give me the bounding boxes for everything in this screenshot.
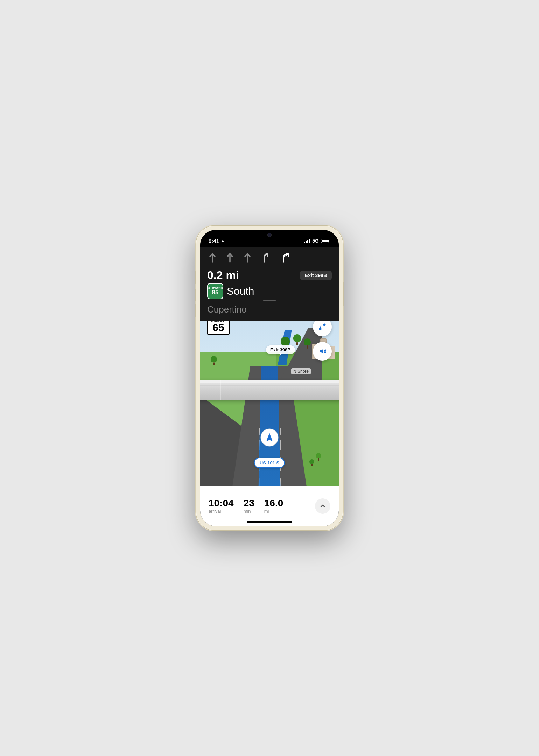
distance-value: 16.0 — [264, 498, 284, 509]
arrow-slight-right-icon — [261, 252, 271, 265]
highway-shield: CALIFORNIA 85 — [207, 283, 223, 299]
arrival-label: arrival — [209, 509, 234, 514]
bottom-panel: 10:04 arrival 23 min 16.0 mi — [200, 486, 339, 526]
time-display: 9:41 — [209, 238, 219, 244]
home-indicator — [247, 522, 292, 523]
battery-icon — [321, 239, 330, 243]
audio-icon — [318, 347, 327, 356]
exit-badge: Exit 398B — [300, 271, 332, 280]
road-name-row: CALIFORNIA 85 South — [207, 283, 332, 299]
speed-limit-value: 65 — [210, 322, 227, 333]
duration-label: min — [244, 509, 254, 514]
nav-header[interactable]: 0.2 mi Exit 398B CALIFORNIA 85 South Cup… — [200, 247, 339, 321]
road-direction: South — [227, 285, 254, 297]
map-area[interactable]: SPEED LIMIT 65 Exit 398B N Shore — [200, 310, 339, 496]
status-right: 5G — [304, 238, 330, 244]
user-location-indicator — [260, 428, 279, 447]
location-arrow-icon: ▲ — [221, 239, 225, 243]
route-icon — [317, 322, 327, 332]
arrival-stat: 10:04 arrival — [209, 498, 234, 514]
arrow-right-icon — [281, 252, 290, 265]
status-time: 9:41 ▲ — [209, 238, 225, 244]
network-type: 5G — [312, 238, 319, 244]
destination-label: Cupertino — [207, 304, 332, 315]
shield-number: 85 — [212, 289, 219, 295]
chevron-up-icon — [320, 503, 326, 509]
tree-small-2 — [309, 459, 314, 466]
phone-frame: 9:41 ▲ 5G — [196, 226, 343, 530]
arrow-straight-1-icon — [209, 252, 216, 265]
arrow-straight-2-icon — [226, 252, 234, 265]
camera — [267, 233, 272, 237]
tree-3 — [304, 338, 311, 349]
signal-bars-icon — [304, 238, 310, 243]
phone-screen: 9:41 ▲ 5G — [200, 230, 339, 526]
duration-value: 23 — [244, 498, 254, 509]
n-shore-label: N Shore — [291, 368, 311, 374]
distance-label: mi — [264, 509, 284, 514]
distance-row: 0.2 mi Exit 398B — [207, 269, 332, 282]
audio-button[interactable] — [313, 342, 332, 361]
nav-distance: 0.2 mi — [207, 269, 239, 282]
nav-stats: 10:04 arrival 23 min 16.0 mi — [209, 498, 315, 514]
notch — [247, 230, 292, 240]
direction-arrows — [207, 252, 332, 265]
tree-left-1 — [211, 356, 217, 365]
tree-small-1 — [316, 453, 321, 461]
svg-point-0 — [319, 328, 322, 330]
duration-stat: 23 min — [244, 498, 254, 514]
map-scene: SPEED LIMIT 65 Exit 398B N Shore — [200, 310, 339, 496]
exit-398b-label: Exit 398B — [266, 345, 295, 354]
drag-handle[interactable] — [263, 300, 276, 301]
tree-2 — [293, 334, 301, 345]
distance-stat: 16.0 mi — [264, 498, 284, 514]
route-label: US-101 S — [254, 458, 285, 468]
expand-panel-button[interactable] — [315, 498, 330, 514]
arrival-time-value: 10:04 — [209, 498, 234, 509]
arrow-straight-3-icon — [244, 252, 251, 265]
overpass-bridge — [200, 380, 339, 400]
